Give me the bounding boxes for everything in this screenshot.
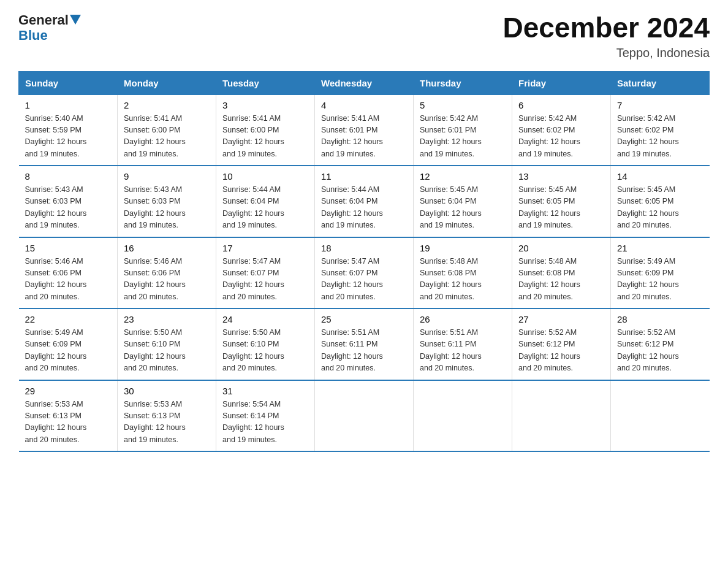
- calendar-cell: 28Sunrise: 5:52 AMSunset: 6:12 PMDayligh…: [611, 308, 710, 380]
- logo-general: General: [18, 12, 69, 28]
- week-row-5: 29Sunrise: 5:53 AMSunset: 6:13 PMDayligh…: [19, 380, 710, 452]
- calendar-cell: 2Sunrise: 5:41 AMSunset: 6:00 PMDaylight…: [118, 94, 216, 166]
- calendar-cell: 3Sunrise: 5:41 AMSunset: 6:00 PMDaylight…: [216, 94, 315, 166]
- day-number: 21: [617, 243, 703, 253]
- day-number: 26: [420, 314, 506, 324]
- day-info: Sunrise: 5:52 AMSunset: 6:12 PMDaylight:…: [617, 327, 703, 375]
- day-number: 7: [617, 100, 703, 110]
- calendar-cell: 24Sunrise: 5:50 AMSunset: 6:10 PMDayligh…: [216, 308, 315, 380]
- calendar-cell: 4Sunrise: 5:41 AMSunset: 6:01 PMDaylight…: [315, 94, 414, 166]
- day-number: 9: [124, 171, 210, 182]
- day-info: Sunrise: 5:49 AMSunset: 6:09 PMDaylight:…: [617, 256, 703, 304]
- day-number: 23: [124, 314, 210, 324]
- day-number: 24: [222, 314, 308, 324]
- calendar-cell: 27Sunrise: 5:52 AMSunset: 6:12 PMDayligh…: [512, 308, 611, 380]
- calendar-cell: 18Sunrise: 5:47 AMSunset: 6:07 PMDayligh…: [315, 237, 414, 309]
- calendar-cell: [315, 380, 414, 452]
- day-info: Sunrise: 5:41 AMSunset: 6:00 PMDaylight:…: [222, 113, 308, 161]
- calendar-cell: [512, 380, 611, 452]
- calendar-cell: 16Sunrise: 5:46 AMSunset: 6:06 PMDayligh…: [118, 237, 216, 309]
- calendar-cell: 17Sunrise: 5:47 AMSunset: 6:07 PMDayligh…: [216, 237, 315, 309]
- calendar-cell: 22Sunrise: 5:49 AMSunset: 6:09 PMDayligh…: [19, 308, 118, 380]
- logo-blue: Blue: [18, 28, 82, 43]
- day-info: Sunrise: 5:53 AMSunset: 6:13 PMDaylight:…: [25, 399, 112, 446]
- day-number: 3: [222, 100, 308, 110]
- day-header-friday: Friday: [512, 71, 611, 94]
- week-row-1: 1Sunrise: 5:40 AMSunset: 5:59 PMDaylight…: [19, 94, 710, 166]
- day-info: Sunrise: 5:48 AMSunset: 6:08 PMDaylight:…: [420, 256, 506, 304]
- calendar-cell: 12Sunrise: 5:45 AMSunset: 6:04 PMDayligh…: [414, 166, 512, 237]
- calendar-cell: 7Sunrise: 5:42 AMSunset: 6:02 PMDaylight…: [611, 94, 710, 166]
- day-number: 15: [25, 243, 112, 253]
- day-info: Sunrise: 5:50 AMSunset: 6:10 PMDaylight:…: [124, 327, 210, 375]
- day-info: Sunrise: 5:46 AMSunset: 6:06 PMDaylight:…: [25, 256, 112, 304]
- day-info: Sunrise: 5:44 AMSunset: 6:04 PMDaylight:…: [222, 184, 308, 232]
- day-number: 16: [124, 243, 210, 253]
- calendar-cell: [414, 380, 512, 452]
- day-number: 19: [420, 243, 506, 253]
- page-header: General Blue December 2024 Teppo, Indone…: [18, 12, 710, 60]
- day-number: 14: [617, 171, 703, 182]
- day-info: Sunrise: 5:42 AMSunset: 6:02 PMDaylight:…: [617, 113, 703, 161]
- calendar-cell: 25Sunrise: 5:51 AMSunset: 6:11 PMDayligh…: [315, 308, 414, 380]
- day-number: 11: [321, 171, 407, 182]
- calendar-cell: 21Sunrise: 5:49 AMSunset: 6:09 PMDayligh…: [611, 237, 710, 309]
- day-number: 30: [124, 386, 210, 396]
- day-info: Sunrise: 5:54 AMSunset: 6:14 PMDaylight:…: [222, 399, 308, 446]
- day-info: Sunrise: 5:42 AMSunset: 6:01 PMDaylight:…: [420, 113, 506, 161]
- day-info: Sunrise: 5:52 AMSunset: 6:12 PMDaylight:…: [518, 327, 604, 375]
- week-row-4: 22Sunrise: 5:49 AMSunset: 6:09 PMDayligh…: [19, 308, 710, 380]
- day-number: 22: [25, 314, 112, 324]
- day-number: 12: [420, 171, 506, 182]
- day-info: Sunrise: 5:43 AMSunset: 6:03 PMDaylight:…: [25, 184, 112, 232]
- day-info: Sunrise: 5:45 AMSunset: 6:05 PMDaylight:…: [518, 184, 604, 232]
- week-row-3: 15Sunrise: 5:46 AMSunset: 6:06 PMDayligh…: [19, 237, 710, 309]
- calendar-title: December 2024: [502, 12, 710, 44]
- calendar-cell: 5Sunrise: 5:42 AMSunset: 6:01 PMDaylight…: [414, 94, 512, 166]
- day-info: Sunrise: 5:46 AMSunset: 6:06 PMDaylight:…: [124, 256, 210, 304]
- day-header-saturday: Saturday: [611, 71, 710, 94]
- day-number: 28: [617, 314, 703, 324]
- title-area: December 2024 Teppo, Indonesia: [502, 12, 710, 60]
- day-header-tuesday: Tuesday: [216, 71, 315, 94]
- day-number: 13: [518, 171, 604, 182]
- calendar-table: SundayMondayTuesdayWednesdayThursdayFrid…: [18, 71, 710, 453]
- calendar-cell: 19Sunrise: 5:48 AMSunset: 6:08 PMDayligh…: [414, 237, 512, 309]
- week-row-2: 8Sunrise: 5:43 AMSunset: 6:03 PMDaylight…: [19, 166, 710, 237]
- calendar-cell: 14Sunrise: 5:45 AMSunset: 6:05 PMDayligh…: [611, 166, 710, 237]
- day-info: Sunrise: 5:40 AMSunset: 5:59 PMDaylight:…: [25, 113, 112, 161]
- day-info: Sunrise: 5:41 AMSunset: 6:00 PMDaylight:…: [124, 113, 210, 161]
- calendar-cell: 8Sunrise: 5:43 AMSunset: 6:03 PMDaylight…: [19, 166, 118, 237]
- calendar-cell: 13Sunrise: 5:45 AMSunset: 6:05 PMDayligh…: [512, 166, 611, 237]
- logo-triangle: [70, 15, 81, 25]
- day-number: 17: [222, 243, 308, 253]
- day-info: Sunrise: 5:43 AMSunset: 6:03 PMDaylight:…: [124, 184, 210, 232]
- day-number: 6: [518, 100, 604, 110]
- day-number: 8: [25, 171, 112, 182]
- day-number: 29: [25, 386, 112, 396]
- calendar-cell: 15Sunrise: 5:46 AMSunset: 6:06 PMDayligh…: [19, 237, 118, 309]
- day-number: 27: [518, 314, 604, 324]
- day-info: Sunrise: 5:45 AMSunset: 6:05 PMDaylight:…: [617, 184, 703, 232]
- day-number: 25: [321, 314, 407, 324]
- day-header-sunday: Sunday: [19, 71, 118, 94]
- day-info: Sunrise: 5:49 AMSunset: 6:09 PMDaylight:…: [25, 327, 112, 375]
- calendar-header-row: SundayMondayTuesdayWednesdayThursdayFrid…: [19, 71, 710, 94]
- day-info: Sunrise: 5:41 AMSunset: 6:01 PMDaylight:…: [321, 113, 407, 161]
- day-info: Sunrise: 5:44 AMSunset: 6:04 PMDaylight:…: [321, 184, 407, 232]
- day-info: Sunrise: 5:50 AMSunset: 6:10 PMDaylight:…: [222, 327, 308, 375]
- day-info: Sunrise: 5:53 AMSunset: 6:13 PMDaylight:…: [124, 399, 210, 446]
- day-number: 1: [25, 100, 112, 110]
- calendar-cell: [611, 380, 710, 452]
- calendar-cell: 30Sunrise: 5:53 AMSunset: 6:13 PMDayligh…: [118, 380, 216, 452]
- day-number: 20: [518, 243, 604, 253]
- day-info: Sunrise: 5:51 AMSunset: 6:11 PMDaylight:…: [420, 327, 506, 375]
- day-header-thursday: Thursday: [414, 71, 512, 94]
- day-info: Sunrise: 5:45 AMSunset: 6:04 PMDaylight:…: [420, 184, 506, 232]
- day-header-wednesday: Wednesday: [315, 71, 414, 94]
- calendar-cell: 26Sunrise: 5:51 AMSunset: 6:11 PMDayligh…: [414, 308, 512, 380]
- day-info: Sunrise: 5:48 AMSunset: 6:08 PMDaylight:…: [518, 256, 604, 304]
- day-number: 31: [222, 386, 308, 396]
- day-info: Sunrise: 5:42 AMSunset: 6:02 PMDaylight:…: [518, 113, 604, 161]
- day-info: Sunrise: 5:47 AMSunset: 6:07 PMDaylight:…: [222, 256, 308, 304]
